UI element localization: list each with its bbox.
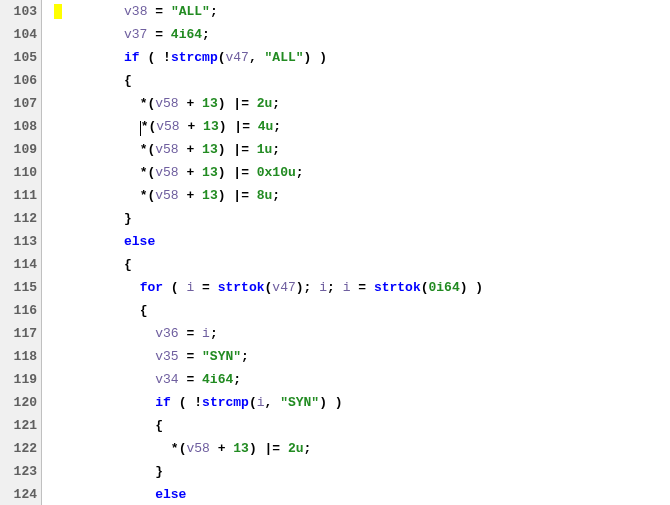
token-punct: { xyxy=(124,257,132,272)
code-line[interactable]: *(v58 + 13) |= 2u; xyxy=(46,437,670,460)
token-sp xyxy=(194,165,202,180)
token-punct: ) xyxy=(460,280,468,295)
code-line[interactable]: else xyxy=(46,483,670,505)
token-num: 0x10u xyxy=(257,165,296,180)
code-area[interactable]: v38 = "ALL"; v37 = 4i64; if ( !strcmp(v4… xyxy=(42,0,670,505)
token-str: "ALL" xyxy=(265,50,304,65)
token-punct: ) xyxy=(219,119,227,134)
code-line[interactable]: } xyxy=(46,207,670,230)
highlight-marker xyxy=(54,4,62,19)
token-num: 2u xyxy=(288,441,304,456)
line-number: 121 xyxy=(4,414,37,437)
token-punct: ; xyxy=(272,188,280,203)
token-num: 1u xyxy=(257,142,273,157)
token-op: |= xyxy=(233,142,249,157)
code-line[interactable]: v38 = "ALL"; xyxy=(46,0,670,23)
token-punct: ( xyxy=(421,280,429,295)
code-line[interactable]: { xyxy=(46,253,670,276)
token-op: ! xyxy=(163,50,171,65)
code-editor[interactable]: 1031041051061071081091101111121131141151… xyxy=(0,0,670,505)
token-var: v36 xyxy=(155,326,178,341)
token-punct: ; xyxy=(272,142,280,157)
token-op: = xyxy=(358,280,366,295)
code-line[interactable]: } xyxy=(46,460,670,483)
token-sp xyxy=(194,188,202,203)
code-line[interactable]: *(v58 + 13) |= 8u; xyxy=(46,184,670,207)
line-number: 104 xyxy=(4,23,37,46)
token-punct: ; xyxy=(210,4,218,19)
token-op: = xyxy=(155,4,163,19)
line-number: 114 xyxy=(4,253,37,276)
token-func: strcmp xyxy=(202,395,249,410)
token-op: |= xyxy=(234,119,250,134)
token-op: ! xyxy=(194,395,202,410)
code-line[interactable]: v34 = 4i64; xyxy=(46,368,670,391)
token-num: 4i64 xyxy=(202,372,233,387)
token-punct: ; xyxy=(327,280,335,295)
token-var: i xyxy=(319,280,327,295)
token-punct: { xyxy=(140,303,148,318)
code-line[interactable]: else xyxy=(46,230,670,253)
line-number: 115 xyxy=(4,276,37,299)
line-number: 106 xyxy=(4,69,37,92)
line-number: 112 xyxy=(4,207,37,230)
line-number: 116 xyxy=(4,299,37,322)
code-line[interactable]: { xyxy=(46,69,670,92)
token-punct: { xyxy=(124,73,132,88)
token-var: v58 xyxy=(155,142,178,157)
token-var: v58 xyxy=(155,188,178,203)
code-line[interactable]: *(v58 + 13) |= 0x10u; xyxy=(46,161,670,184)
token-sp xyxy=(163,280,171,295)
line-number: 122 xyxy=(4,437,37,460)
code-line[interactable]: { xyxy=(46,299,670,322)
token-punct: ; xyxy=(296,165,304,180)
token-var: v35 xyxy=(155,349,178,364)
code-line[interactable]: v36 = i; xyxy=(46,322,670,345)
token-sp xyxy=(210,441,218,456)
token-punct: } xyxy=(124,211,132,226)
token-sp xyxy=(249,188,257,203)
code-line[interactable]: if ( !strcmp(v47, "ALL") ) xyxy=(46,46,670,69)
token-punct: ) xyxy=(335,395,343,410)
code-line[interactable]: for ( i = strtok(v47); i; i = strtok(0i6… xyxy=(46,276,670,299)
token-sp xyxy=(257,50,265,65)
token-sp xyxy=(194,142,202,157)
code-line[interactable]: { xyxy=(46,414,670,437)
code-line[interactable]: *(v58 + 13) |= 2u; xyxy=(46,92,670,115)
token-punct: } xyxy=(155,464,163,479)
token-sp xyxy=(311,50,319,65)
token-var: v37 xyxy=(124,27,147,42)
line-number: 103 xyxy=(4,0,37,23)
line-number: 110 xyxy=(4,161,37,184)
token-var: v38 xyxy=(124,4,147,19)
code-line[interactable]: *(v58 + 13) |= 4u; xyxy=(46,115,670,138)
token-var: i xyxy=(202,326,210,341)
token-sp xyxy=(280,441,288,456)
line-number: 119 xyxy=(4,368,37,391)
token-punct: ; xyxy=(304,441,312,456)
token-kw: else xyxy=(124,234,155,249)
token-sp xyxy=(194,280,202,295)
token-sp xyxy=(194,326,202,341)
token-op: |= xyxy=(233,188,249,203)
token-num: 2u xyxy=(257,96,273,111)
line-number-gutter: 1031041051061071081091101111121131141151… xyxy=(0,0,42,505)
line-number: 120 xyxy=(4,391,37,414)
code-line[interactable]: v35 = "SYN"; xyxy=(46,345,670,368)
token-punct: ) xyxy=(319,50,327,65)
token-sp xyxy=(335,280,343,295)
token-sp xyxy=(249,142,257,157)
token-var: i xyxy=(257,395,265,410)
token-str: "SYN" xyxy=(280,395,319,410)
token-punct: ; xyxy=(210,326,218,341)
code-line[interactable]: *(v58 + 13) |= 1u; xyxy=(46,138,670,161)
line-number: 117 xyxy=(4,322,37,345)
token-num: 8u xyxy=(257,188,273,203)
code-line[interactable]: v37 = 4i64; xyxy=(46,23,670,46)
token-punct: ; xyxy=(273,119,281,134)
token-str: "ALL" xyxy=(171,4,210,19)
line-number: 123 xyxy=(4,460,37,483)
token-sp xyxy=(210,280,218,295)
token-op: = xyxy=(155,27,163,42)
code-line[interactable]: if ( !strcmp(i, "SYN") ) xyxy=(46,391,670,414)
